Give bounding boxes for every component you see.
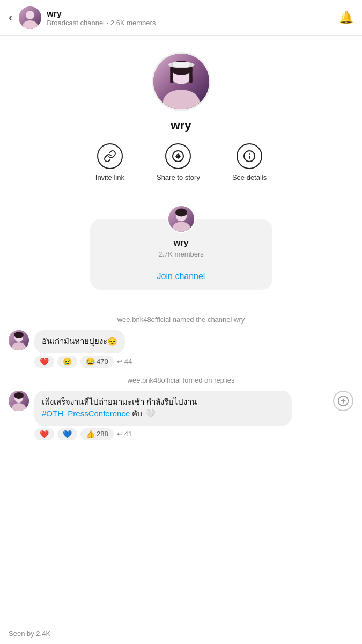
see-details-icon: [237, 143, 262, 169]
svg-point-21: [175, 209, 187, 217]
reaction-thumbsup[interactable]: 👍 288: [80, 428, 114, 440]
reaction-heart[interactable]: ❤️: [34, 356, 54, 368]
system-message-1: wee.bnk48official named the channel wry: [9, 316, 353, 324]
header: ‹ wry Broadcast channel · 2.6K members 🔔: [0, 0, 362, 36]
avatar[interactable]: [9, 391, 29, 411]
hashtag[interactable]: #OTH_PressConference: [42, 409, 130, 418]
channel-preview: wry 2.7K members Join channel: [0, 205, 362, 301]
preview-divider: [101, 265, 262, 265]
back-button[interactable]: ‹: [9, 11, 12, 25]
table-row: เพิ่งเสร็จงานที่ไปถ่ายมามะเช้า กำลังรีบไ…: [9, 391, 353, 440]
reaction-laugh[interactable]: 😂 470: [80, 356, 114, 368]
share-story-icon: [165, 143, 191, 169]
join-channel-button[interactable]: Join channel: [157, 272, 205, 281]
profile-avatar[interactable]: [152, 52, 211, 111]
svg-point-25: [14, 332, 24, 338]
share-story-label: Share to story: [157, 173, 200, 181]
bell-icon[interactable]: 🔔: [339, 11, 353, 25]
message-reactions: ❤️ 😢 😂 470 ↩ 44: [34, 356, 353, 368]
header-info: wry Broadcast channel · 2.6K members: [47, 9, 339, 27]
header-avatar[interactable]: [19, 6, 41, 29]
svg-point-1: [26, 11, 34, 19]
message-bubble: อันเก่ามันหายปุยงะ😔: [34, 330, 125, 353]
svg-point-29: [14, 392, 24, 399]
invite-link-label: Invite link: [95, 173, 124, 181]
header-channel-name: wry: [47, 9, 339, 19]
header-subtitle: Broadcast channel · 2.6K members: [47, 19, 339, 27]
bottom-bar: Seen by 2.4K: [0, 623, 362, 644]
see-details-button[interactable]: See details: [232, 143, 267, 181]
avatar[interactable]: [9, 330, 29, 350]
svg-rect-8: [189, 68, 193, 83]
add-to-story-button[interactable]: [333, 391, 353, 411]
profile-section: wry Invite link Share to story: [0, 36, 362, 205]
reply-count[interactable]: ↩ 44: [117, 357, 132, 365]
message-text: อันเก่ามันหายปุยงะ😔: [42, 336, 117, 346]
preview-avatar: [167, 205, 195, 233]
invite-link-button[interactable]: Invite link: [95, 143, 124, 181]
preview-members: 2.7K members: [158, 250, 204, 258]
share-story-button[interactable]: Share to story: [157, 143, 200, 181]
svg-rect-10: [172, 62, 189, 67]
svg-rect-7: [170, 68, 173, 83]
table-row: อันเก่ามันหายปุยงะ😔 ❤️ 😢 😂 470 ↩ 44: [9, 330, 353, 368]
system-message-2: wee.bnk48official turned on replies: [9, 376, 353, 384]
invite-link-icon: [97, 143, 123, 169]
seen-by-text: Seen by 2.4K: [9, 630, 50, 638]
preview-channel-name: wry: [174, 238, 189, 248]
reaction-heart[interactable]: ❤️: [34, 428, 54, 440]
message-content: เพิ่งเสร็จงานที่ไปถ่ายมามะเช้า กำลังรีบไ…: [34, 391, 328, 440]
message-text: เพิ่งเสร็จงานที่ไปถ่ายมามะเช้า กำลังรีบไ…: [42, 397, 197, 419]
see-details-label: See details: [232, 173, 267, 181]
message-content: อันเก่ามันหายปุยงะ😔 ❤️ 😢 😂 470 ↩ 44: [34, 330, 353, 368]
profile-name: wry: [171, 119, 191, 133]
chat-area: wee.bnk48official named the channel wry …: [0, 301, 362, 492]
message-reactions: ❤️ 💙 👍 288 ↩ 41: [34, 428, 328, 440]
action-buttons: Invite link Share to story: [11, 143, 351, 181]
message-bubble: เพิ่งเสร็จงานที่ไปถ่ายมามะเช้า กำลังรีบไ…: [34, 391, 292, 426]
reaction-cry[interactable]: 😢: [57, 356, 77, 368]
reaction-blue-heart[interactable]: 💙: [57, 428, 77, 440]
reply-count[interactable]: ↩ 41: [117, 430, 132, 438]
